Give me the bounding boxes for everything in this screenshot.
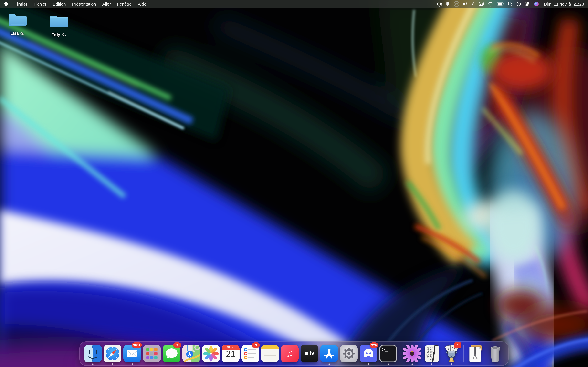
dock-appstore[interactable] — [319, 342, 339, 365]
running-indicator — [368, 363, 369, 365]
tv-label-text: tv — [309, 350, 314, 357]
tidyup-badge: 1 — [454, 342, 461, 348]
running-indicator — [431, 363, 432, 365]
reminders-badge: 3 — [252, 342, 260, 348]
menu-presentation[interactable]: Présentation — [72, 1, 96, 6]
wallpaper-image — [0, 0, 588, 367]
icloud-download-icon — [20, 32, 25, 35]
folder-icon — [50, 14, 69, 27]
dock-flower-app[interactable] — [402, 342, 422, 365]
running-indicator — [132, 363, 133, 365]
dock-hex-editor[interactable]: 055d 8710c615 a65e 8fcb 9a33d294 f214 26… — [422, 342, 442, 365]
dock-appletv[interactable]: tv — [300, 342, 319, 365]
crowbar-icon — [423, 345, 441, 362]
volume-icon[interactable] — [463, 0, 468, 8]
apple-menu-icon[interactable] — [4, 0, 8, 8]
dock-launchpad[interactable] — [142, 342, 162, 365]
dock-reminders[interactable]: 3 — [241, 342, 260, 365]
trash-icon — [486, 345, 504, 362]
music-note-glyph: ♫ — [281, 345, 299, 362]
clock-history-icon[interactable] — [516, 0, 522, 8]
photos-icon — [202, 345, 220, 362]
system-preferences-icon — [340, 345, 358, 362]
dock-discord[interactable]: 929 — [359, 342, 378, 365]
appletv-icon: tv — [301, 345, 318, 362]
siri-icon[interactable] — [534, 0, 539, 8]
hex-editor-icon: 055d 8710c615 a65e 8fcb 9a33d294 f214 26… — [423, 345, 441, 362]
safari-icon — [104, 345, 121, 362]
finder-icon — [84, 345, 102, 362]
calendar-day: 21 — [222, 349, 240, 359]
zip-label: ZIP — [467, 357, 484, 360]
dock-notes[interactable] — [260, 342, 280, 365]
calendar-icon: NOV. 21 — [222, 345, 240, 362]
spotlight-search-icon[interactable] — [508, 0, 513, 8]
wifi-icon[interactable] — [488, 0, 494, 8]
dock-finder[interactable] — [83, 342, 103, 365]
keyboard-window-icon[interactable]: ⌘ — [479, 0, 484, 8]
dock-mail[interactable]: 9881 — [122, 342, 142, 365]
menu-aide[interactable]: Aide — [138, 1, 147, 6]
zip-file-icon: ZIP — [467, 345, 484, 362]
launchpad-icon — [143, 345, 161, 362]
shield-icon[interactable] — [446, 0, 450, 8]
running-indicator — [92, 363, 94, 365]
flower-app-icon — [403, 345, 421, 362]
discord-badge: 929 — [370, 342, 378, 348]
messages-badge: 2 — [173, 342, 181, 348]
music-note-icon[interactable] — [437, 0, 442, 8]
dock-system-preferences[interactable] — [339, 342, 359, 365]
svg-text:⌘: ⌘ — [482, 3, 484, 6]
running-indicator — [388, 363, 389, 365]
menu-bar: Finder Fichier Édition Présentation Alle… — [0, 0, 588, 8]
maps-icon — [182, 345, 200, 362]
desktop: Finder Fichier Édition Présentation Alle… — [0, 0, 588, 367]
folder-icon — [8, 13, 27, 26]
dock-trash[interactable] — [485, 342, 505, 365]
appstore-icon — [320, 345, 338, 362]
battery-icon[interactable] — [497, 0, 504, 8]
desktop-folder-lisa[interactable]: Lisa — [4, 13, 32, 36]
menu-fenetre[interactable]: Fenêtre — [117, 1, 132, 6]
dock: 9881 — [79, 342, 509, 366]
calendar-month: NOV. — [222, 345, 240, 349]
dock-maps[interactable] — [182, 342, 201, 365]
running-indicator — [112, 363, 113, 365]
notes-icon — [261, 345, 279, 362]
dock-divider — [463, 345, 464, 362]
dock-safari[interactable] — [103, 342, 122, 365]
dock-divider — [400, 345, 400, 362]
running-indicator — [329, 363, 330, 365]
windscribe-vpn-icon[interactable] — [454, 0, 459, 8]
running-indicator — [451, 363, 452, 365]
dock-terminal[interactable]: >_ — [378, 342, 398, 365]
menu-aller[interactable]: Aller — [102, 1, 111, 6]
control-center-icon[interactable] — [525, 0, 530, 8]
mail-badge: 9881 — [132, 342, 142, 348]
folder-name: Tidy — [52, 33, 60, 37]
dock-music[interactable]: ♫ — [280, 342, 300, 365]
terminal-prompt: >_ — [382, 347, 388, 352]
desktop-folder-tidy[interactable]: Tidy — [45, 14, 73, 37]
bluetooth-icon[interactable] — [472, 0, 475, 8]
dock-calendar[interactable]: NOV. 21 — [221, 342, 241, 365]
menu-clock[interactable]: Dim. 21 nov. à 21:23 — [544, 1, 584, 6]
menu-edition[interactable]: Édition — [53, 1, 66, 6]
menu-fichier[interactable]: Fichier — [34, 1, 46, 6]
dock-zip-file[interactable]: ZIP — [466, 342, 485, 365]
apple-logo-icon — [304, 350, 309, 356]
dock-tidy-up[interactable]: 1 — [442, 342, 461, 365]
running-indicator — [411, 363, 413, 365]
folder-name: Lisa — [10, 31, 19, 36]
dock-messages[interactable]: 2 — [162, 342, 182, 365]
icloud-download-icon — [61, 33, 66, 37]
terminal-icon: >_ — [379, 345, 397, 362]
menu-finder[interactable]: Finder — [14, 1, 27, 6]
dock-photos[interactable] — [201, 342, 221, 365]
music-icon: ♫ — [281, 345, 299, 362]
